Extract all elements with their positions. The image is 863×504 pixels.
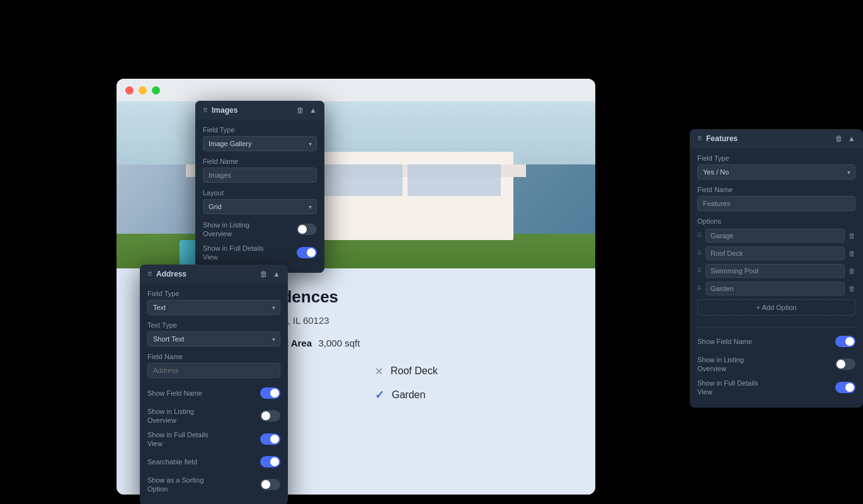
option-grip-icon-3: ⠿: [697, 268, 702, 274]
addr-text-type-row: Text Type Short Text: [147, 321, 280, 346]
feat-field-type-label: Field Type: [697, 154, 855, 162]
option-input-garden[interactable]: [706, 282, 845, 295]
address-panel-icons: 🗑 ▲: [260, 270, 280, 278]
addr-sorting-toggle[interactable]: [260, 479, 280, 490]
addr-show-field-name-row: Show Field Name: [147, 384, 280, 402]
addr-show-full-details-toggle[interactable]: [260, 433, 280, 445]
property-photo: [117, 101, 595, 278]
addr-field-type-wrapper: Text: [147, 300, 280, 315]
traffic-yellow[interactable]: [139, 86, 147, 94]
address-panel: ⠿ Address 🗑 ▲ Field Type Text Text Type …: [140, 265, 288, 504]
option-row-roof-deck: ⠿ 🗑: [697, 246, 855, 260]
addr-show-full-details-row: Show in Full Details View: [147, 430, 280, 449]
field-type-label: Field Type: [203, 126, 317, 134]
features-panel-icons: 🗑 ▲: [835, 135, 855, 142]
features-panel-title: ⠿ Features: [697, 134, 738, 143]
addr-show-field-name-label: Show Field Name: [147, 389, 223, 398]
addr-show-full-details-label: Show in Full Details View: [147, 430, 223, 449]
addr-sorting-row: Show as a Sorting Option: [147, 476, 280, 494]
option-delete-icon-garage[interactable]: 🗑: [849, 232, 855, 239]
field-name-label: Field Name: [203, 158, 317, 165]
feat-show-listing-overview-toggle[interactable]: [835, 358, 855, 370]
addr-text-type-wrapper: Short Text: [147, 331, 280, 346]
feat-field-name-input[interactable]: [697, 196, 855, 211]
feat-field-name-label: Field Name: [697, 186, 855, 193]
delete-icon-addr[interactable]: 🗑: [260, 270, 268, 278]
feature-garden: ✓ Garden: [375, 388, 570, 402]
feat-show-field-name-label: Show Field Name: [697, 337, 773, 346]
addr-searchable-label: Searchable field: [147, 457, 223, 466]
show-listing-overview-row: Show in Listing Overview: [203, 220, 317, 239]
option-input-garage[interactable]: [706, 229, 845, 243]
grip-icon: ⠿: [203, 107, 208, 114]
feature-roof-deck: ✕ Roof Deck: [375, 364, 570, 378]
field-name-row: Field Name: [203, 158, 317, 183]
address-panel-header: ⠿ Address 🗑 ▲: [140, 265, 288, 284]
option-row-garden: ⠿ 🗑: [697, 282, 855, 295]
addr-field-name-row: Field Name: [147, 353, 280, 378]
addr-show-listing-overview-label: Show in Listing Overview: [147, 407, 223, 425]
feat-field-name-row: Field Name: [697, 186, 855, 211]
images-panel-header: ⠿ Images 🗑 ▲: [195, 101, 324, 120]
option-row-swimming-pool: ⠿ 🗑: [697, 264, 855, 278]
addr-searchable-toggle[interactable]: [260, 456, 280, 467]
check-icon-3: ✓: [375, 388, 384, 402]
option-grip-icon-2: ⠿: [697, 250, 702, 256]
images-panel-title: ⠿ Images: [203, 106, 237, 115]
option-delete-icon-roof-deck[interactable]: 🗑: [849, 249, 855, 257]
addr-show-field-name-toggle[interactable]: [260, 387, 280, 399]
option-delete-icon-swimming-pool[interactable]: 🗑: [849, 267, 855, 275]
delete-icon[interactable]: 🗑: [297, 106, 304, 114]
grip-icon-feat: ⠿: [697, 135, 702, 142]
layout-select-wrapper: Grid: [203, 199, 317, 214]
collapse-icon[interactable]: ▲: [309, 106, 317, 114]
option-grip-icon: ⠿: [697, 232, 702, 239]
feat-field-type-wrapper: Yes / No: [697, 164, 855, 180]
panel-header-icons: 🗑 ▲: [297, 106, 317, 114]
addr-searchable-row: Searchable field: [147, 453, 280, 471]
add-option-button[interactable]: + Add Option: [697, 299, 855, 316]
delete-icon-feat[interactable]: 🗑: [835, 135, 843, 142]
addr-field-type-row: Field Type Text: [147, 290, 280, 315]
feat-show-listing-overview-row: Show in Listing Overview: [697, 355, 855, 374]
window-3: [408, 164, 501, 196]
feat-field-type-row: Field Type Yes / No: [697, 154, 855, 180]
lot-area-value: 3,000 sqft: [318, 338, 360, 348]
layout-select[interactable]: Grid: [203, 199, 317, 214]
field-type-select-wrapper: Image Gallery: [203, 136, 317, 151]
collapse-icon-addr[interactable]: ▲: [273, 270, 280, 278]
show-full-details-toggle[interactable]: [297, 247, 317, 258]
show-listing-overview-label: Show in Listing Overview: [203, 220, 278, 239]
collapse-icon-feat[interactable]: ▲: [848, 135, 855, 142]
addr-field-name-input[interactable]: [147, 363, 280, 378]
feat-show-full-details-toggle[interactable]: [835, 382, 855, 393]
field-name-input[interactable]: [203, 168, 317, 183]
grip-icon-addr: ⠿: [147, 271, 152, 278]
option-delete-icon-garden[interactable]: 🗑: [849, 285, 855, 292]
features-panel-body: Field Type Yes / No Field Name Options ⠿…: [690, 148, 863, 408]
show-full-details-label: Show in Full Details View: [203, 244, 278, 262]
features-panel-header: ⠿ Features 🗑 ▲: [690, 129, 863, 148]
layout-row: Layout Grid: [203, 189, 317, 214]
feat-field-type-select[interactable]: Yes / No: [697, 164, 855, 180]
addr-show-listing-overview-row: Show in Listing Overview: [147, 407, 280, 425]
addr-text-type-select[interactable]: Short Text: [147, 331, 280, 346]
addr-show-listing-overview-toggle[interactable]: [260, 410, 280, 421]
addr-field-type-select[interactable]: Text: [147, 300, 280, 315]
titlebar: [117, 79, 595, 101]
traffic-green[interactable]: [152, 86, 160, 94]
options-section-label: Options: [697, 217, 855, 225]
option-input-roof-deck[interactable]: [706, 246, 845, 260]
feat-show-full-details-label: Show in Full Details View: [697, 379, 773, 397]
features-panel: ⠿ Features 🗑 ▲ Field Type Yes / No Field…: [690, 129, 863, 408]
feat-show-listing-overview-label: Show in Listing Overview: [697, 355, 773, 374]
field-type-row: Field Type Image Gallery: [203, 126, 317, 151]
layout-label: Layout: [203, 189, 317, 197]
x-icon: ✕: [375, 365, 383, 377]
field-type-select[interactable]: Image Gallery: [203, 136, 317, 151]
feat-show-field-name-toggle[interactable]: [835, 336, 855, 347]
traffic-red[interactable]: [125, 86, 134, 94]
option-input-swimming-pool[interactable]: [706, 264, 845, 278]
show-listing-overview-toggle[interactable]: [297, 224, 317, 235]
divider: [697, 327, 855, 328]
